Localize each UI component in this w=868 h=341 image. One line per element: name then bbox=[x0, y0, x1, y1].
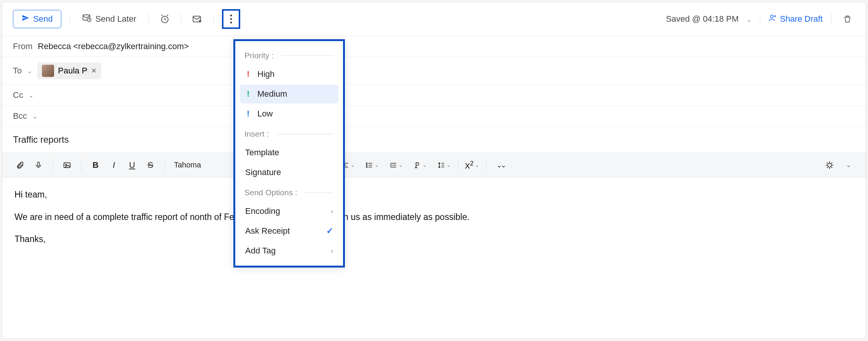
italic-button[interactable]: I bbox=[107, 158, 121, 172]
priority-medium-icon: ! bbox=[245, 89, 251, 99]
insert-section-label: Insert : bbox=[235, 124, 343, 142]
send-button[interactable]: Send bbox=[13, 10, 61, 28]
priority-low-label: Low bbox=[257, 109, 273, 119]
priority-medium-label: Medium bbox=[257, 89, 287, 99]
chevron-down-icon[interactable]: ⌄ bbox=[27, 67, 32, 75]
separator bbox=[53, 159, 53, 171]
body-line: Thanks, bbox=[14, 233, 854, 246]
cc-row[interactable]: Cc ⌄ bbox=[2, 85, 866, 106]
insert-template-item[interactable]: Template bbox=[240, 143, 338, 162]
chevron-down-icon[interactable]: ⌄ bbox=[29, 92, 34, 99]
more-options-popup: Priority : ! High ! Medium ! Low Insert … bbox=[233, 39, 345, 268]
check-icon: ✓ bbox=[326, 226, 333, 236]
bcc-row[interactable]: Bcc ⌄ bbox=[2, 106, 866, 127]
subject-input[interactable]: Traffic reports bbox=[2, 127, 866, 153]
saved-timestamp[interactable]: Saved @ 04:18 PM ⌄ bbox=[666, 14, 751, 24]
svg-point-11 bbox=[65, 164, 67, 166]
indent-button[interactable]: ⌄ bbox=[389, 161, 403, 169]
divider bbox=[181, 13, 181, 25]
direction-button[interactable]: ⌄ bbox=[413, 161, 427, 169]
divider bbox=[70, 13, 70, 25]
chevron-down-icon: ⌄ bbox=[375, 162, 379, 168]
chevron-down-icon: ⌄ bbox=[475, 162, 479, 168]
delete-icon[interactable] bbox=[840, 11, 855, 27]
insert-signature-item[interactable]: Signature bbox=[240, 163, 338, 182]
list-button[interactable]: ⌄ bbox=[365, 161, 379, 169]
email-body[interactable]: Hi team, We are in need of a complete tr… bbox=[2, 177, 866, 266]
priority-high-icon: ! bbox=[245, 69, 251, 79]
priority-high-item[interactable]: ! High bbox=[240, 65, 338, 84]
divider bbox=[148, 13, 149, 25]
image-icon[interactable] bbox=[60, 158, 74, 172]
add-tag-label: Add Tag bbox=[245, 246, 276, 256]
attachment-icon[interactable] bbox=[13, 158, 27, 172]
divider bbox=[831, 13, 831, 25]
format-toolbar: B I U S Tahoma A A ⌄ ⌄ ⌄ ⌄ ⌄ bbox=[2, 153, 866, 177]
remove-chip-icon[interactable]: ✕ bbox=[91, 67, 97, 75]
top-toolbar: Send Send Later Sav bbox=[2, 2, 866, 36]
from-row: From Rebecca <rebecca@zylkertraining.com… bbox=[2, 36, 866, 57]
send-icon bbox=[22, 14, 29, 24]
svg-point-7 bbox=[230, 22, 232, 24]
chip-name: Paula P bbox=[58, 66, 87, 76]
svg-rect-10 bbox=[64, 163, 70, 167]
encoding-item[interactable]: Encoding › bbox=[240, 202, 338, 221]
separator bbox=[164, 159, 165, 171]
send-button-label: Send bbox=[33, 14, 53, 24]
svg-point-4 bbox=[199, 20, 201, 22]
chevron-down-icon: ⌄ bbox=[747, 16, 752, 23]
avatar bbox=[42, 65, 54, 77]
from-label: From bbox=[13, 41, 32, 51]
recipient-chip[interactable]: Paula P ✕ bbox=[37, 62, 101, 79]
svg-point-15 bbox=[828, 163, 831, 167]
chevron-down-icon[interactable]: ⌄ bbox=[841, 158, 855, 172]
superscript-button[interactable]: X2 ⌄ bbox=[465, 160, 479, 170]
more-options-button[interactable] bbox=[222, 9, 240, 29]
svg-point-6 bbox=[230, 18, 232, 20]
svg-point-13 bbox=[366, 164, 367, 166]
svg-point-14 bbox=[366, 166, 367, 167]
priority-medium-item[interactable]: ! Medium bbox=[240, 84, 338, 104]
chevron-right-icon: › bbox=[331, 247, 333, 255]
send-later-label: Send Later bbox=[95, 14, 136, 24]
send-later-button[interactable]: Send Later bbox=[78, 11, 140, 27]
add-tag-item[interactable]: Add Tag › bbox=[240, 241, 338, 260]
toolbar-right: Saved @ 04:18 PM ⌄ Share Draft bbox=[666, 11, 855, 27]
send-later-icon bbox=[82, 13, 91, 25]
theme-toggle-icon[interactable] bbox=[822, 158, 837, 172]
ask-receipt-item[interactable]: Ask Receipt ✓ bbox=[240, 221, 338, 241]
ask-receipt-label: Ask Receipt bbox=[245, 226, 290, 236]
font-family-select[interactable]: Tahoma bbox=[172, 161, 203, 169]
chevron-down-icon[interactable]: ⌄ bbox=[32, 113, 37, 120]
bold-button[interactable]: B bbox=[88, 158, 103, 172]
svg-rect-9 bbox=[38, 162, 40, 166]
to-row[interactable]: To ⌄ Paula P ✕ bbox=[2, 57, 866, 85]
body-line: We are in need of a complete traffic rep… bbox=[14, 210, 854, 224]
line-height-button[interactable]: ⌄ bbox=[437, 161, 451, 169]
send-options-section-label: Send Options : bbox=[235, 183, 343, 201]
mail-status-icon[interactable] bbox=[190, 11, 205, 27]
chevron-down-icon: ⌄ bbox=[351, 162, 355, 168]
separator bbox=[81, 159, 81, 171]
priority-low-icon: ! bbox=[245, 109, 251, 119]
expand-toolbar-icon[interactable]: ⌄⌄ bbox=[493, 158, 508, 172]
strikethrough-button[interactable]: S bbox=[143, 158, 158, 172]
chevron-right-icon: › bbox=[331, 207, 333, 215]
priority-low-item[interactable]: ! Low bbox=[240, 104, 338, 123]
share-draft-label: Share Draft bbox=[780, 14, 823, 24]
from-value[interactable]: Rebecca <rebecca@zylkertraining.com> bbox=[38, 41, 189, 51]
chevron-down-icon: ⌄ bbox=[399, 162, 403, 168]
svg-point-8 bbox=[770, 15, 773, 18]
microphone-icon[interactable] bbox=[31, 158, 46, 172]
divider bbox=[213, 13, 214, 25]
reminder-icon[interactable] bbox=[157, 11, 172, 27]
share-draft-button[interactable]: Share Draft bbox=[769, 14, 823, 24]
encoding-label: Encoding bbox=[245, 206, 280, 216]
separator bbox=[458, 159, 458, 171]
signature-label: Signature bbox=[245, 167, 281, 177]
bcc-label: Bcc bbox=[13, 111, 27, 121]
priority-high-label: High bbox=[257, 69, 274, 79]
chevron-down-icon: ⌄ bbox=[447, 162, 451, 168]
svg-point-12 bbox=[366, 163, 367, 164]
underline-button[interactable]: U bbox=[125, 158, 139, 172]
